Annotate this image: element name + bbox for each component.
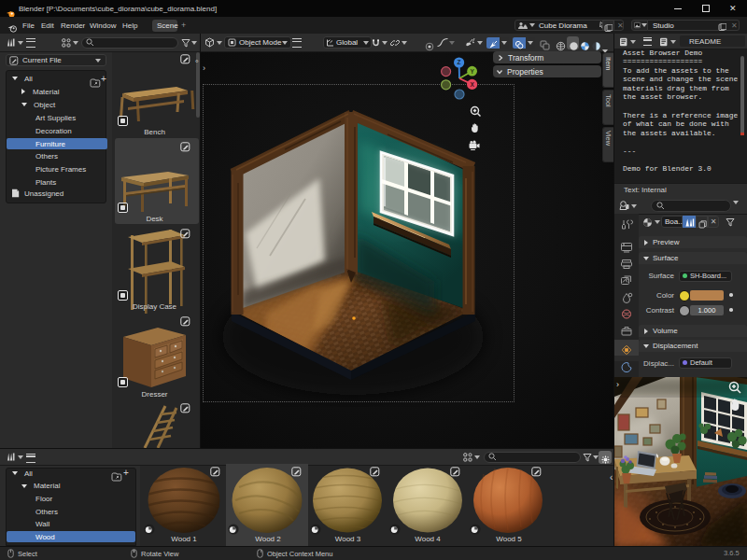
svg-text:Y: Y [470,68,474,75]
svg-text:X: X [470,81,474,88]
svg-text:Z: Z [458,59,461,65]
